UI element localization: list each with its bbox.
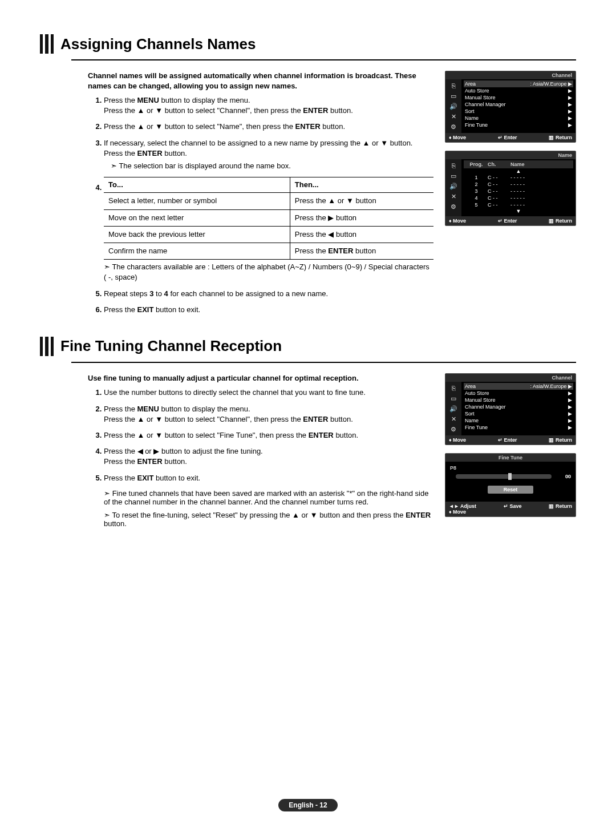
step-text: Press the ▲ or ▼ button to select "Name"… [104, 122, 345, 131]
instruction-table: To... Then... Select a letter, number or… [104, 177, 433, 260]
setup-icon: ⚙ [449, 425, 458, 433]
section1-intro: Channel names will be assigned automatic… [88, 71, 433, 91]
table-cell: Press the ▶ button [290, 209, 433, 226]
sound-icon: 🔊 [449, 182, 458, 190]
step-text: Press the MENU button to display the men… [104, 96, 353, 115]
channel-icon: ✕ [449, 192, 458, 200]
section2-note2: To reset the fine-tuning, select "Reset"… [104, 511, 433, 528]
osd-channel-panel: Channel ⎘ ▭ 🔊 ✕ ⚙ Area: Asia/W.Europe ▶ … [445, 71, 576, 143]
step-text: Use the number buttons to directly selec… [104, 388, 366, 397]
sound-icon: 🔊 [449, 102, 458, 110]
osd-name-panel: Name ⎘ ▭ 🔊 ✕ ⚙ Prog. Ch. [445, 151, 576, 226]
input-icon: ⎘ [449, 384, 458, 392]
step-text: Press the EXIT button to exit. [104, 474, 200, 482]
section-heading: Assigning Channels Names [40, 34, 576, 54]
heading-bars-icon [40, 34, 54, 54]
section2-intro: Use fine tuning to manually adjust a par… [88, 373, 433, 383]
osd-title: Name [445, 151, 576, 159]
section2-steps: Use the number buttons to directly selec… [88, 387, 433, 483]
picture-icon: ▭ [449, 394, 458, 402]
table-header: To... [104, 177, 290, 193]
osd-foot-enter: ↵ Enter [498, 135, 517, 140]
table-cell: Move on the next letter [104, 209, 290, 226]
section1-steps: Press the MENU button to display the men… [88, 95, 433, 315]
sound-icon: 🔊 [449, 405, 458, 413]
section2-title: Fine Tuning Channel Reception [60, 337, 282, 355]
step-text: If necessary, select the channel to be a… [104, 139, 412, 158]
horizontal-rule [71, 362, 576, 363]
channel-icon: ✕ [449, 415, 458, 423]
ft-slider [456, 474, 552, 479]
osd-channel-panel: Channel ⎘ ▭ 🔊 ✕ ⚙ Area: Asia/W.Europe ▶ … [445, 373, 576, 445]
ft-channel: P8 [450, 465, 571, 471]
picture-icon: ▭ [449, 92, 458, 100]
page-number-label: English - 12 [278, 799, 337, 811]
ft-reset-button: Reset [488, 486, 533, 494]
setup-icon: ⚙ [449, 123, 458, 131]
table-header: Then... [290, 177, 433, 193]
table-cell: Select a letter, number or symbol [104, 193, 290, 209]
table-cell: Move back the previous letter [104, 226, 290, 243]
setup-icon: ⚙ [449, 203, 458, 211]
channel-icon: ✕ [449, 112, 458, 120]
section2-note1: Fine tuned channels that have been saved… [104, 489, 433, 506]
input-icon: ⎘ [449, 82, 458, 90]
input-icon: ⎘ [449, 161, 458, 169]
osd-foot-move: ♦ Move [449, 135, 466, 140]
step3-note: The selection bar is displayed around th… [111, 161, 433, 171]
ft-value: 00 [557, 474, 571, 479]
step-text: Press the MENU button to display the men… [104, 405, 353, 423]
step-text: Press the ▲ or ▼ button to select "Fine … [104, 431, 358, 439]
table-cell: Press the ◀ button [290, 226, 433, 243]
table-cell: Press the ENTER button [290, 243, 433, 259]
step-text: Press the ◀ or ▶ button to adjust the fi… [104, 447, 263, 466]
step-text: Press the EXIT button to exit. [104, 305, 200, 314]
section-heading: Fine Tuning Channel Reception [40, 337, 576, 356]
horizontal-rule [71, 59, 576, 60]
table-cell: Confirm the name [104, 243, 290, 259]
heading-bars-icon [40, 337, 54, 356]
post-table-note: The characters available are : Letters o… [104, 262, 433, 282]
step-text: Repeat steps 3 to 4 for each channel to … [104, 289, 328, 298]
osd-finetune-panel: Fine Tune P8 00 Reset ◄► Adjust ↵ Save ▥… [445, 453, 576, 517]
osd-foot-return: ▥ Return [549, 135, 572, 140]
table-cell: Press the ▲ or ▼ button [290, 193, 433, 209]
section1-title: Assigning Channels Names [60, 35, 256, 53]
osd-title: Channel [445, 71, 576, 79]
picture-icon: ▭ [449, 172, 458, 180]
page-footer: English - 12 [0, 799, 616, 811]
